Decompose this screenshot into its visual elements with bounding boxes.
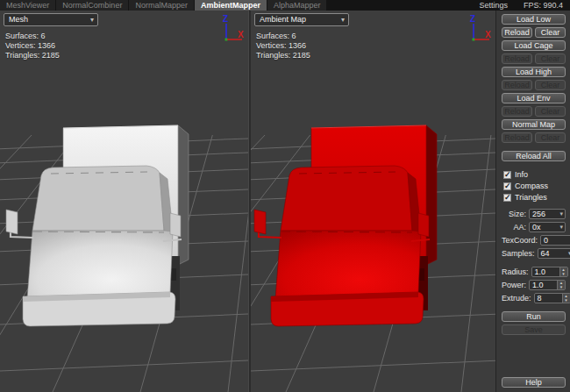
info-checkbox-row[interactable]: Info <box>503 170 566 179</box>
power-stepper-arrows[interactable]: ▴▾ <box>557 281 565 289</box>
info-checkbox-label: Info <box>515 170 528 179</box>
stat-surfaces: Surfaces: 6 <box>5 32 60 41</box>
load-env-button[interactable]: Load Env <box>502 93 566 103</box>
stat-surfaces: Surfaces: 6 <box>256 32 310 41</box>
load-high-button[interactable]: Load High <box>502 67 566 77</box>
load-low-button[interactable]: Load Low <box>502 14 566 25</box>
tab-ambientmapper[interactable]: AmbientMapper <box>195 0 267 11</box>
reload-env-button[interactable]: Reload <box>502 106 532 117</box>
size-label: Size: <box>502 210 529 218</box>
extrude-spinner[interactable]: 8 ▴▾ <box>534 293 570 303</box>
viewport-canvas-mesh[interactable] <box>0 11 248 392</box>
viewport-mesh[interactable]: Mesh Surfaces: 6 Vertices: 1366 Triangle… <box>0 11 248 392</box>
size-field-row: Size: 256 <box>502 209 566 219</box>
radius-field-row: Radius: 1.0 ▴▾ <box>502 267 566 277</box>
reload-normal-button[interactable]: Reload <box>502 132 532 143</box>
radius-label: Radius: <box>502 267 531 276</box>
extrude-label: Extrude: <box>502 294 534 303</box>
viewport-canvas-ambient[interactable] <box>251 11 495 392</box>
load-cage-button[interactable]: Load Cage <box>502 40 566 51</box>
reload-cage-button[interactable]: Reload <box>502 53 532 64</box>
stat-triangles: Triangles: 2185 <box>5 51 60 61</box>
clear-high-button[interactable]: Clear <box>535 80 566 90</box>
run-button[interactable]: Run <box>502 311 566 322</box>
svg-text:X: X <box>238 30 244 39</box>
reload-all-button[interactable]: Reload All <box>502 151 566 161</box>
samples-field-row: Samples: 64 <box>502 248 566 259</box>
application-window: MeshViewer NormalCombiner NormalMapper A… <box>0 0 570 392</box>
texcoord-field-row: TexCoord: 0 <box>502 235 566 246</box>
clear-cage-button[interactable]: Clear <box>535 53 566 64</box>
tab-meshviewer[interactable]: MeshViewer <box>0 0 55 11</box>
texcoord-dropdown[interactable]: 0 <box>540 235 570 246</box>
ambient-model-truck <box>254 125 437 326</box>
power-label: Power: <box>502 281 529 289</box>
triangles-checkbox-label: Triangles <box>515 193 547 202</box>
aa-field-row: AA: 0x <box>502 222 566 232</box>
svg-text:Z: Z <box>223 14 228 24</box>
normal-map-button[interactable]: Normal Map <box>502 119 566 130</box>
clear-normal-button[interactable]: Clear <box>535 132 566 143</box>
mesh-model-truck <box>6 125 189 326</box>
fps-counter: FPS: 990.4 <box>524 0 563 11</box>
samples-dropdown[interactable]: 64 <box>538 248 570 259</box>
info-checkbox[interactable] <box>503 171 511 179</box>
aa-dropdown[interactable]: 0x <box>529 222 566 232</box>
compass-checkbox[interactable] <box>503 182 511 190</box>
samples-label: Samples: <box>502 249 538 258</box>
size-dropdown[interactable]: 256 <box>529 209 566 219</box>
extrude-stepper-arrows[interactable]: ▴▾ <box>562 294 570 303</box>
top-tab-bar: MeshViewer NormalCombiner NormalMapper A… <box>0 0 570 11</box>
clear-low-button[interactable]: Clear <box>535 27 566 38</box>
compass-checkbox-row[interactable]: Compass <box>503 182 566 190</box>
render-mode-dropdown-left[interactable]: Mesh <box>4 13 98 26</box>
aa-label: AA: <box>502 223 529 232</box>
power-field-row: Power: 1.0 ▴▾ <box>502 280 566 290</box>
settings-button[interactable]: Settings <box>479 0 508 11</box>
main-area: Mesh Surfaces: 6 Vertices: 1366 Triangle… <box>0 11 570 392</box>
stat-triangles: Triangles: 2185 <box>256 51 310 61</box>
stat-vertices: Vertices: 1366 <box>5 41 60 51</box>
triangles-checkbox[interactable] <box>503 194 511 202</box>
reload-low-button[interactable]: Reload <box>502 27 532 38</box>
tab-normalcombiner[interactable]: NormalCombiner <box>56 0 128 11</box>
reload-high-button[interactable]: Reload <box>502 80 532 90</box>
mesh-stats-left: Surfaces: 6 Vertices: 1366 Triangles: 21… <box>5 32 60 61</box>
radius-stepper-arrows[interactable]: ▴▾ <box>559 267 567 276</box>
save-button[interactable]: Save <box>502 324 566 335</box>
power-spinner[interactable]: 1.0 ▴▾ <box>529 280 566 290</box>
control-panel: Load Low Reload Clear Load Cage Reload C… <box>495 11 570 392</box>
triangles-checkbox-row[interactable]: Triangles <box>503 193 566 202</box>
tab-normalmapper[interactable]: NormalMapper <box>129 0 194 11</box>
axis-gizmo-left: Z X <box>216 13 247 46</box>
radius-spinner[interactable]: 1.0 ▴▾ <box>531 267 568 277</box>
extrude-field-row: Extrude: 8 ▴▾ <box>502 293 566 303</box>
tab-alphamapper[interactable]: AlphaMapper <box>267 0 327 11</box>
render-mode-dropdown-right[interactable]: Ambient Map <box>254 13 349 26</box>
svg-text:X: X <box>485 30 491 39</box>
help-button[interactable]: Help <box>502 377 566 388</box>
axis-gizmo-right: Z X <box>463 13 495 46</box>
clear-env-button[interactable]: Clear <box>535 106 566 117</box>
texcoord-label: TexCoord: <box>502 236 540 245</box>
compass-checkbox-label: Compass <box>515 182 548 190</box>
mesh-stats-right: Surfaces: 6 Vertices: 1366 Triangles: 21… <box>256 32 310 61</box>
stat-vertices: Vertices: 1366 <box>256 41 310 51</box>
svg-text:Z: Z <box>470 14 475 24</box>
viewport-ambient-map[interactable]: Ambient Map Surfaces: 6 Vertices: 1366 T… <box>251 11 495 392</box>
